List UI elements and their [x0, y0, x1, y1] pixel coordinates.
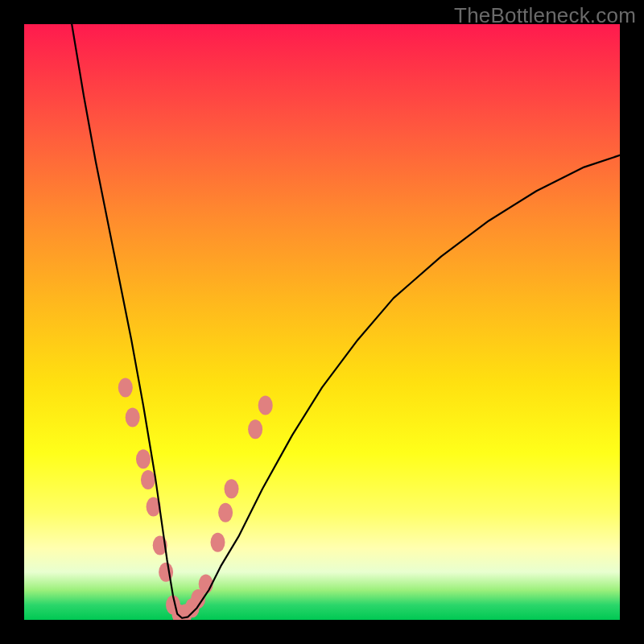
plot-area — [24, 24, 620, 620]
highlight-dot — [218, 503, 233, 522]
bottleneck-curve — [72, 24, 620, 618]
highlight-markers — [118, 378, 273, 620]
highlight-dot — [141, 470, 155, 489]
plot-svg — [24, 24, 620, 620]
highlight-dot — [136, 449, 151, 469]
highlight-dot — [118, 378, 133, 397]
highlight-dot — [258, 396, 273, 415]
highlight-dot — [248, 419, 262, 439]
highlight-dot — [126, 407, 140, 427]
highlight-dot — [211, 533, 225, 552]
highlight-dot — [225, 479, 239, 498]
chart-frame: TheBottleneck.com — [0, 0, 644, 644]
